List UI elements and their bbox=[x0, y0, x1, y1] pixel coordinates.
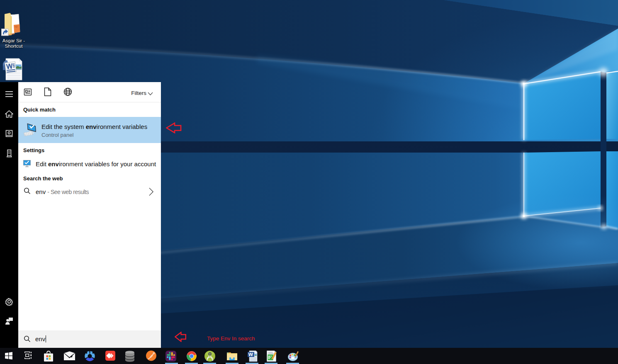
svg-text:o@: o@ bbox=[15, 25, 18, 28]
